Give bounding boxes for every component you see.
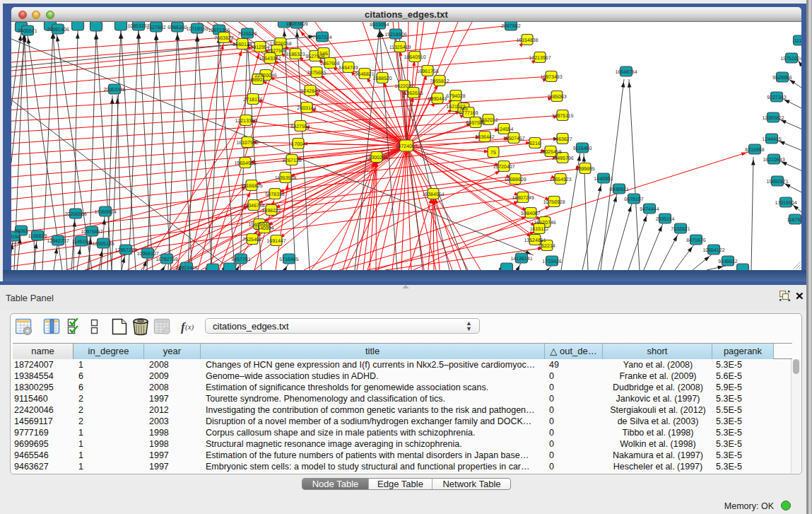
svg-text:2336442: 2336442 bbox=[475, 135, 494, 140]
svg-text:1112: 1112 bbox=[794, 39, 801, 44]
svg-text:15751024: 15751024 bbox=[780, 57, 801, 62]
svg-text:1527602: 1527602 bbox=[146, 25, 165, 30]
svg-text:1540994: 1540994 bbox=[254, 226, 273, 231]
svg-text:16154838: 16154838 bbox=[516, 38, 538, 43]
svg-text:6794028: 6794028 bbox=[446, 94, 465, 99]
svg-text:8938921: 8938921 bbox=[609, 187, 628, 192]
svg-text:6966160: 6966160 bbox=[167, 25, 187, 30]
svg-text:15692971: 15692971 bbox=[766, 180, 788, 185]
svg-text:12213369: 12213369 bbox=[235, 119, 257, 124]
svg-text:8471676: 8471676 bbox=[686, 238, 705, 243]
svg-text:11325419: 11325419 bbox=[389, 45, 411, 50]
svg-text:13495796: 13495796 bbox=[551, 156, 573, 161]
svg-text:16210643: 16210643 bbox=[763, 158, 784, 163]
svg-text:75: 75 bbox=[490, 151, 496, 156]
svg-text:17016504: 17016504 bbox=[775, 201, 796, 206]
svg-text:9777169: 9777169 bbox=[459, 111, 478, 116]
svg-text:8990448: 8990448 bbox=[428, 97, 447, 102]
svg-text:20053346: 20053346 bbox=[103, 88, 125, 93]
svg-text:252214: 252214 bbox=[539, 244, 555, 249]
svg-text:5716485: 5716485 bbox=[279, 257, 298, 262]
svg-text:3267130: 3267130 bbox=[282, 158, 301, 163]
svg-text:8660124: 8660124 bbox=[233, 42, 252, 47]
svg-text:7663822: 7663822 bbox=[214, 36, 233, 41]
svg-text:7957224: 7957224 bbox=[312, 35, 331, 40]
svg-text:19654985: 19654985 bbox=[234, 161, 256, 166]
svg-text:1691447: 1691447 bbox=[266, 239, 286, 244]
svg-text:2603144: 2603144 bbox=[297, 106, 316, 111]
svg-text:1124554: 1124554 bbox=[495, 127, 514, 132]
svg-text:10719155: 10719155 bbox=[186, 27, 208, 32]
svg-text:1362615: 1362615 bbox=[404, 91, 423, 96]
svg-text:16033809: 16033809 bbox=[286, 22, 307, 27]
svg-text:8427552: 8427552 bbox=[290, 124, 310, 129]
svg-text:10973493: 10973493 bbox=[540, 75, 562, 80]
svg-text:16961758: 16961758 bbox=[416, 69, 438, 74]
svg-text:5984067: 5984067 bbox=[521, 211, 540, 216]
svg-text:12505135: 12505135 bbox=[92, 242, 114, 247]
svg-text:20206556: 20206556 bbox=[64, 212, 86, 217]
svg-text:6099695: 6099695 bbox=[575, 167, 594, 172]
svg-text:1822037: 1822037 bbox=[394, 84, 413, 89]
svg-text:8186323: 8186323 bbox=[286, 52, 305, 57]
svg-text:7485063: 7485063 bbox=[547, 95, 566, 100]
svg-text:9115460: 9115460 bbox=[573, 146, 592, 151]
svg-text:5878335: 5878335 bbox=[265, 192, 284, 197]
svg-text:35061: 35061 bbox=[14, 229, 28, 234]
svg-text:19166825: 19166825 bbox=[240, 184, 262, 189]
svg-text:15720407: 15720407 bbox=[493, 165, 514, 170]
svg-text:16046788: 16046788 bbox=[242, 204, 264, 209]
svg-text:10975867: 10975867 bbox=[81, 230, 102, 235]
svg-text:1156829: 1156829 bbox=[28, 234, 47, 239]
svg-text:16543362: 16543362 bbox=[259, 57, 281, 62]
svg-text:10688609: 10688609 bbox=[504, 177, 526, 182]
svg-text:1733426: 1733426 bbox=[542, 259, 561, 264]
svg-text:16107553: 16107553 bbox=[236, 141, 258, 146]
svg-text:19384554: 19384554 bbox=[422, 192, 444, 197]
svg-text:7955812: 7955812 bbox=[430, 79, 449, 84]
svg-text:2935114: 2935114 bbox=[656, 217, 675, 222]
svg-text:8454749: 8454749 bbox=[339, 66, 358, 71]
svg-text:17957273: 17957273 bbox=[114, 248, 136, 253]
svg-text:12213967: 12213967 bbox=[529, 56, 551, 61]
svg-text:10025458: 10025458 bbox=[539, 150, 561, 155]
svg-text:1244415: 1244415 bbox=[762, 137, 781, 142]
svg-text:9227343: 9227343 bbox=[767, 95, 786, 100]
svg-text:3875685: 3875685 bbox=[307, 71, 326, 76]
svg-text:10756928: 10756928 bbox=[543, 200, 565, 205]
svg-text:7462012: 7462012 bbox=[478, 118, 498, 123]
svg-text:17004: 17004 bbox=[291, 142, 305, 147]
svg-text:1588520: 1588520 bbox=[372, 76, 392, 81]
svg-text:1440951: 1440951 bbox=[594, 177, 613, 182]
svg-text:19218506: 19218506 bbox=[384, 33, 406, 37]
svg-text:2405571: 2405571 bbox=[18, 29, 37, 34]
svg-text:9529966: 9529966 bbox=[772, 76, 792, 81]
svg-text:16782759: 16782759 bbox=[155, 257, 177, 262]
svg-text:8215958: 8215958 bbox=[745, 148, 764, 153]
svg-text:9327505: 9327505 bbox=[267, 49, 286, 54]
svg-text:6679197: 6679197 bbox=[624, 197, 643, 202]
svg-text:546: 546 bbox=[319, 52, 328, 57]
svg-text:3498222: 3498222 bbox=[261, 209, 281, 214]
svg-text:1615112: 1615112 bbox=[530, 227, 549, 232]
svg-text:18807249: 18807249 bbox=[512, 196, 534, 201]
svg-text:9245612: 9245612 bbox=[718, 259, 737, 264]
svg-text:9242848: 9242848 bbox=[300, 89, 319, 94]
svg-text:7632621: 7632621 bbox=[671, 227, 690, 232]
svg-text:9474444: 9474444 bbox=[640, 207, 659, 212]
svg-text:12942737: 12942737 bbox=[47, 239, 69, 244]
svg-text:11353594: 11353594 bbox=[275, 176, 297, 181]
svg-text:18300295: 18300295 bbox=[365, 156, 387, 160]
svg-text:16120746: 16120746 bbox=[534, 221, 555, 226]
svg-text:10958107: 10958107 bbox=[136, 252, 158, 257]
svg-text:(x): (x) bbox=[185, 322, 194, 332]
svg-text:13226058: 13226058 bbox=[269, 42, 291, 47]
svg-text:17975115: 17975115 bbox=[552, 114, 574, 119]
svg-text:9646821: 9646821 bbox=[355, 72, 374, 77]
svg-text:7515526: 7515526 bbox=[237, 32, 257, 37]
svg-text:6216: 6216 bbox=[529, 141, 541, 146]
svg-text:2867608: 2867608 bbox=[320, 62, 339, 66]
svg-text:13524851: 13524851 bbox=[524, 238, 546, 243]
svg-text:9463627: 9463627 bbox=[553, 137, 572, 142]
svg-text:14136141: 14136141 bbox=[510, 257, 532, 262]
